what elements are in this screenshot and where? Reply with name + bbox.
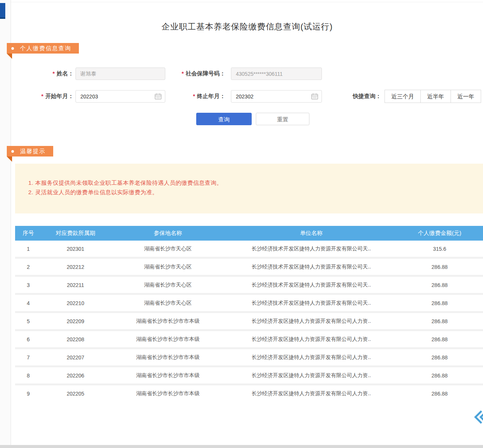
table-cell: 202210	[42, 300, 109, 306]
panel-top-border	[11, 2, 483, 2]
bullet-dot-icon	[11, 47, 14, 50]
table-row: 6202208湖南省长沙市长沙市市本级长沙经济开发区捷特人力资源开发有限公司人力…	[15, 331, 483, 347]
table-cell: 长沙经济技术开发区捷特人力资源开发有限公司天..	[226, 282, 396, 288]
table-row: 7202207湖南省长沙市长沙市市本级长沙经济开发区捷特人力资源开发有限公司人力…	[15, 349, 483, 365]
table-cell: 长沙经济技术开发区捷特人力资源开发有限公司天..	[226, 264, 396, 270]
quick-range-button-2[interactable]: 近一年	[451, 90, 481, 103]
table-cell: 湖南省长沙市长沙市市本级	[109, 372, 226, 379]
table-cell: 202207	[42, 354, 109, 361]
column-header: 参保地名称	[109, 230, 226, 237]
table-row: 5202209湖南省长沙市长沙市市本级长沙经济开发区捷特人力资源开发有限公司人力…	[15, 313, 483, 329]
calendar-icon[interactable]	[155, 93, 162, 100]
table-cell: 湖南省长沙市天心区	[109, 282, 226, 288]
table-cell: 8	[15, 373, 42, 379]
section-badge-personal-query: 个人缴费信息查询	[7, 43, 79, 54]
end-month-input[interactable]	[231, 90, 322, 103]
table-cell: 202211	[42, 282, 109, 288]
query-button[interactable]: 查询	[196, 113, 252, 125]
sidebar-toggle-tab[interactable]	[0, 3, 5, 19]
table-cell: 286.88	[396, 373, 483, 379]
end-month-label: *终止年月：	[162, 93, 225, 100]
table-cell: 286.88	[396, 318, 483, 324]
table-cell: 202212	[42, 264, 109, 270]
column-header: 个人缴费金额(元)	[396, 230, 483, 237]
table-row: 1202301湖南省长沙市天心区长沙经济技术开发区捷特人力资源开发有限公司天..…	[15, 241, 483, 257]
page-title: 企业职工基本养老保险缴费信息查询(试运行)	[11, 21, 483, 32]
table-cell: 315.6	[396, 246, 483, 252]
table-cell: 286.88	[396, 264, 483, 270]
table-row: 4202210湖南省长沙市天心区长沙经济技术开发区捷特人力资源开发有限公司天..…	[15, 295, 483, 311]
ribbon-fold	[7, 54, 12, 59]
table-cell: 9	[15, 391, 42, 397]
start-month-label: *开始年月：	[11, 93, 74, 100]
table-cell: 长沙经济技术开发区捷特人力资源开发有限公司天..	[226, 300, 396, 307]
name-label: *姓名：	[11, 70, 74, 77]
table-row: 3202211湖南省长沙市天心区长沙经济技术开发区捷特人力资源开发有限公司天..…	[15, 277, 483, 293]
required-star: *	[182, 70, 184, 77]
table-cell: 202301	[42, 246, 109, 252]
notice-line: 2. 灵活就业人员的缴费单位信息以实际缴费为准。	[28, 187, 472, 197]
table-cell: 286.88	[396, 300, 483, 306]
bottom-strip	[0, 445, 483, 448]
section-badge-tips: 温馨提示	[7, 146, 53, 156]
table-cell: 3	[15, 282, 42, 288]
table-cell: 202206	[42, 373, 109, 379]
quick-range-button-0[interactable]: 近三个月	[385, 90, 421, 103]
table-cell: 湖南省长沙市天心区	[109, 264, 226, 270]
table-cell: 长沙经济开发区捷特人力资源开发有限公司人力资..	[226, 318, 396, 325]
table-cell: 湖南省长沙市天心区	[109, 245, 226, 252]
ssn-input[interactable]	[231, 68, 322, 80]
column-header: 对应费款所属期	[42, 230, 109, 237]
table-cell: 2	[15, 264, 42, 270]
results-table-header: 序号对应费款所属期参保地名称单位名称个人缴费金额(元)	[15, 226, 483, 241]
table-cell: 286.88	[396, 391, 483, 397]
column-header: 序号	[15, 230, 42, 237]
table-cell: 286.88	[396, 354, 483, 361]
double-chevron-left-icon[interactable]	[472, 409, 483, 425]
table-cell: 湖南省长沙市长沙市市本级	[109, 354, 226, 361]
column-header: 单位名称	[226, 230, 396, 237]
section-badge-label: 个人缴费信息查询	[20, 43, 71, 54]
required-star: *	[41, 93, 43, 99]
results-table: 序号对应费款所属期参保地名称单位名称个人缴费金额(元) 1202301湖南省长沙…	[15, 226, 483, 402]
reset-button[interactable]: 重置	[256, 113, 309, 125]
results-table-body: 1202301湖南省长沙市天心区长沙经济技术开发区捷特人力资源开发有限公司天..…	[15, 241, 483, 402]
table-cell: 1	[15, 246, 42, 252]
table-cell: 长沙经济开发区捷特人力资源开发有限公司人力资..	[226, 354, 396, 361]
calendar-icon[interactable]	[311, 93, 318, 100]
table-cell: 5	[15, 318, 42, 324]
ribbon-fold	[7, 156, 12, 162]
table-cell: 286.88	[396, 282, 483, 288]
table-cell: 长沙经济开发区捷特人力资源开发有限公司人力资..	[226, 336, 396, 343]
notice-line: 1. 本服务仅提供尚未领取企业职工基本养老保险待遇人员的缴费信息查询。	[28, 178, 472, 187]
table-cell: 湖南省长沙市长沙市市本级	[109, 336, 226, 343]
table-cell: 长沙经济开发区捷特人力资源开发有限公司人力资..	[226, 390, 396, 397]
pension-query-page: 企业职工基本养老保险缴费信息查询(试运行) 个人缴费信息查询 *姓名： *社会保…	[0, 0, 483, 448]
table-cell: 6	[15, 336, 42, 342]
left-rail	[0, 0, 11, 448]
table-cell: 长沙经济技术开发区捷特人力资源开发有限公司天..	[226, 245, 396, 252]
table-cell: 202209	[42, 318, 109, 324]
tips-notice-box: 1. 本服务仅提供尚未领取企业职工基本养老保险待遇人员的缴费信息查询。2. 灵活…	[15, 164, 483, 213]
table-cell: 湖南省长沙市长沙市市本级	[109, 318, 226, 325]
quick-range-button-1[interactable]: 近半年	[420, 90, 451, 103]
required-star: *	[52, 70, 55, 77]
quick-range-buttons: 近三个月近半年近一年	[385, 90, 481, 103]
quick-query-label: 快捷查询：	[332, 93, 381, 100]
table-row: 9202205湖南省长沙市长沙市市本级长沙经济开发区捷特人力资源开发有限公司人力…	[15, 385, 483, 402]
name-input[interactable]	[75, 68, 165, 80]
table-row: 2202212湖南省长沙市天心区长沙经济技术开发区捷特人力资源开发有限公司天..…	[15, 259, 483, 275]
required-star: *	[193, 93, 195, 99]
table-cell: 202208	[42, 336, 109, 342]
table-cell: 湖南省长沙市长沙市市本级	[109, 390, 226, 397]
table-cell: 长沙经济开发区捷特人力资源开发有限公司人力资..	[226, 372, 396, 379]
section-badge-label: 温馨提示	[20, 146, 46, 156]
start-month-input[interactable]	[75, 90, 165, 103]
table-cell: 286.88	[396, 336, 483, 342]
table-cell: 湖南省长沙市天心区	[109, 300, 226, 307]
table-cell: 7	[15, 354, 42, 361]
table-row: 8202206湖南省长沙市长沙市市本级长沙经济开发区捷特人力资源开发有限公司人力…	[15, 367, 483, 384]
table-cell: 202205	[42, 391, 109, 397]
bullet-dot-icon	[11, 150, 14, 153]
ssn-label: *社会保障号码：	[162, 70, 225, 77]
